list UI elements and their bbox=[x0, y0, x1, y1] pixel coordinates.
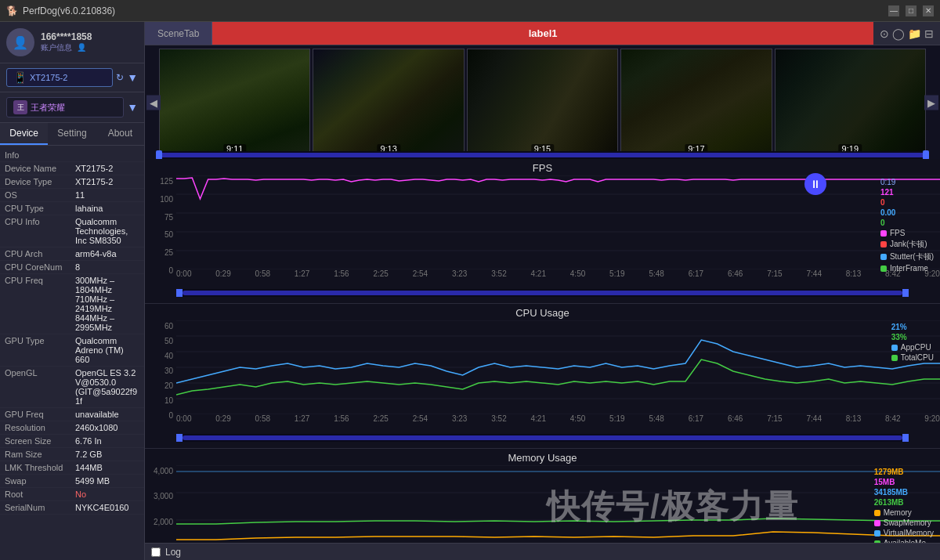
scene-tab-bar: SceneTab label1 ⊙ ◯ 📁 ⊟ bbox=[145, 22, 940, 45]
info-row: CPU Freq300MHz – 1804MHz 710MHz – 2419MH… bbox=[0, 274, 144, 334]
info-row: Info bbox=[0, 149, 144, 162]
scene-action-4[interactable]: ⊟ bbox=[924, 27, 934, 40]
tab-device[interactable]: Device bbox=[0, 123, 48, 145]
screenshots-strip: ◀ 9:11 9:13 9:15 9:17 9:19 ▶ bbox=[145, 45, 940, 159]
info-value: 2460x1080 bbox=[75, 423, 139, 432]
info-label: CPU Freq bbox=[5, 276, 75, 332]
info-row: Ram Size7.2 GB bbox=[0, 448, 144, 461]
screenshot-2[interactable]: 9:13 bbox=[313, 49, 464, 156]
avatar: 👤 bbox=[6, 28, 34, 56]
info-value: NYKC4E0160 bbox=[75, 503, 139, 512]
info-value: 5499 MB bbox=[75, 476, 139, 486]
sidebar: 👤 166****1858 账户信息 👤 📱 XT2175-2 ↻ ▼ 王 王者… bbox=[0, 22, 145, 560]
memory-y-axis: 4,000 3,000 2,000 1,000 0 bbox=[145, 465, 176, 543]
game-arrow-button[interactable]: ▼ bbox=[127, 101, 138, 114]
info-row: LMK Threshold144MB bbox=[0, 461, 144, 475]
log-checkbox[interactable] bbox=[151, 547, 161, 557]
cpu-x-axis: 0:00 0:29 0:58 1:27 1:56 2:25 2:54 3:23 … bbox=[176, 414, 940, 423]
info-row: SerialNumNYKC4E0160 bbox=[0, 501, 144, 515]
info-value: OpenGL ES 3.2 V@0530.0 (GIT@5a9022f91f bbox=[75, 368, 139, 406]
app-icon: 🐕 bbox=[6, 5, 18, 16]
screenshots-prev-button[interactable]: ◀ bbox=[146, 95, 161, 110]
screenshot-5[interactable]: 9:19 bbox=[775, 49, 926, 156]
account-link[interactable]: 账户信息 👤 bbox=[41, 42, 92, 53]
cpu-scrollbar[interactable] bbox=[176, 434, 909, 442]
info-value: No bbox=[75, 490, 139, 499]
timeline-right-thumb[interactable] bbox=[923, 150, 929, 159]
info-row: CPU CoreNum8 bbox=[0, 261, 144, 274]
scene-action-3[interactable]: 📁 bbox=[908, 27, 921, 40]
memory-legend: 1279MB 15MB 34185MB 2613MB Memory SwapMe… bbox=[874, 468, 934, 543]
content-area: SceneTab label1 ⊙ ◯ 📁 ⊟ ◀ 9:11 9:13 9:1 bbox=[145, 22, 940, 560]
screenshot-3[interactable]: 9:15 bbox=[467, 49, 618, 156]
info-label: CPU CoreNum bbox=[5, 262, 75, 272]
pause-button[interactable]: ⏸ bbox=[804, 173, 826, 195]
info-row: Swap5499 MB bbox=[0, 475, 144, 488]
scene-actions: ⊙ ◯ 📁 ⊟ bbox=[873, 22, 940, 45]
info-value: XT2175-2 bbox=[75, 177, 139, 186]
fps-scrollbar-right-btn[interactable] bbox=[902, 289, 909, 297]
info-label: LMK Threshold bbox=[5, 463, 75, 472]
info-label: GPU Type bbox=[5, 336, 75, 364]
info-row: CPU InfoQualcomm Technologies, Inc SM835… bbox=[0, 215, 144, 247]
info-row: CPU Typelahaina bbox=[0, 202, 144, 215]
scene-action-1[interactable]: ⊙ bbox=[880, 27, 889, 40]
info-row: Resolution2460x1080 bbox=[0, 421, 144, 435]
device-info-panel: InfoDevice NameXT2175-2Device TypeXT2175… bbox=[0, 146, 144, 560]
info-label: Info bbox=[5, 150, 75, 160]
info-label: Screen Size bbox=[5, 436, 75, 446]
timeline-slider[interactable] bbox=[156, 151, 929, 159]
cpu-chart: CPU Usage 60 50 40 30 20 10 0 bbox=[145, 304, 940, 449]
info-label: Swap bbox=[5, 476, 75, 486]
fps-chart-title: FPS bbox=[145, 162, 940, 174]
available-memory-value: 2613MB bbox=[874, 498, 934, 507]
screenshots-next-button[interactable]: ▶ bbox=[924, 95, 938, 110]
timeline-left-thumb[interactable] bbox=[156, 150, 162, 159]
fps-scrollbar[interactable] bbox=[176, 289, 909, 297]
game-chip[interactable]: 王 王者荣耀 bbox=[6, 97, 124, 117]
info-value: 144MB bbox=[75, 463, 139, 472]
screenshot-4[interactable]: 9:17 bbox=[620, 49, 772, 156]
info-label: CPU Info bbox=[5, 217, 75, 245]
cpu-y-axis: 60 50 40 30 20 10 0 bbox=[145, 320, 176, 434]
screenshot-1[interactable]: 9:11 bbox=[159, 49, 310, 156]
user-area: 👤 166****1858 账户信息 👤 bbox=[0, 22, 144, 63]
info-value: 11 bbox=[75, 190, 139, 200]
minimize-button[interactable]: — bbox=[888, 5, 899, 16]
device-arrow-button[interactable]: ▼ bbox=[127, 71, 138, 84]
memory-value: 1279MB bbox=[874, 468, 934, 476]
device-chip[interactable]: 📱 XT2175-2 bbox=[6, 68, 113, 87]
info-row: GPU TypeQualcomm Adreno (TM) 660 bbox=[0, 334, 144, 367]
virtual-memory-value: 34185MB bbox=[874, 488, 934, 497]
cpu-app-value: 21% bbox=[891, 323, 934, 331]
device-icon: 📱 bbox=[13, 71, 27, 84]
info-row: OpenGLOpenGL ES 3.2 V@0530.0 (GIT@5a9022… bbox=[0, 367, 144, 408]
info-row: Device TypeXT2175-2 bbox=[0, 175, 144, 189]
cpu-chart-svg-wrap: 0:00 0:29 0:58 1:27 1:56 2:25 2:54 3:23 … bbox=[176, 320, 940, 434]
fps-current-time: 0:19 bbox=[880, 178, 934, 186]
memory-svg bbox=[176, 465, 940, 543]
titlebar-title: 🐕 PerfDog(v6.0.210836) bbox=[6, 5, 115, 16]
tab-about[interactable]: About bbox=[96, 123, 144, 145]
info-row: OS11 bbox=[0, 189, 144, 202]
info-label: Ram Size bbox=[5, 450, 75, 459]
info-label: Root bbox=[5, 490, 75, 499]
fps-scrollbar-track[interactable] bbox=[183, 291, 902, 295]
device-refresh-button[interactable]: ↻ bbox=[116, 72, 124, 83]
main-layout: 👤 166****1858 账户信息 👤 📱 XT2175-2 ↻ ▼ 王 王者… bbox=[0, 22, 940, 560]
info-value: 8 bbox=[75, 262, 139, 272]
sidebar-tabs: Device Setting About bbox=[0, 123, 144, 146]
maximize-button[interactable]: □ bbox=[906, 5, 916, 16]
fps-interframe-value: 0 bbox=[880, 219, 934, 227]
info-label: CPU Type bbox=[5, 204, 75, 213]
close-button[interactable]: ✕ bbox=[923, 5, 934, 16]
game-selector: 王 王者荣耀 ▼ bbox=[0, 92, 144, 123]
fps-scrollbar-left-btn[interactable] bbox=[176, 289, 183, 297]
scene-action-2[interactable]: ◯ bbox=[892, 27, 905, 40]
scene-tab-label: SceneTab bbox=[145, 22, 212, 45]
info-label: CPU Arch bbox=[5, 249, 75, 258]
fps-value: 121 bbox=[880, 188, 934, 197]
tab-setting[interactable]: Setting bbox=[48, 123, 96, 145]
user-name: 166****1858 bbox=[41, 31, 92, 42]
cpu-chart-title: CPU Usage bbox=[145, 307, 940, 319]
